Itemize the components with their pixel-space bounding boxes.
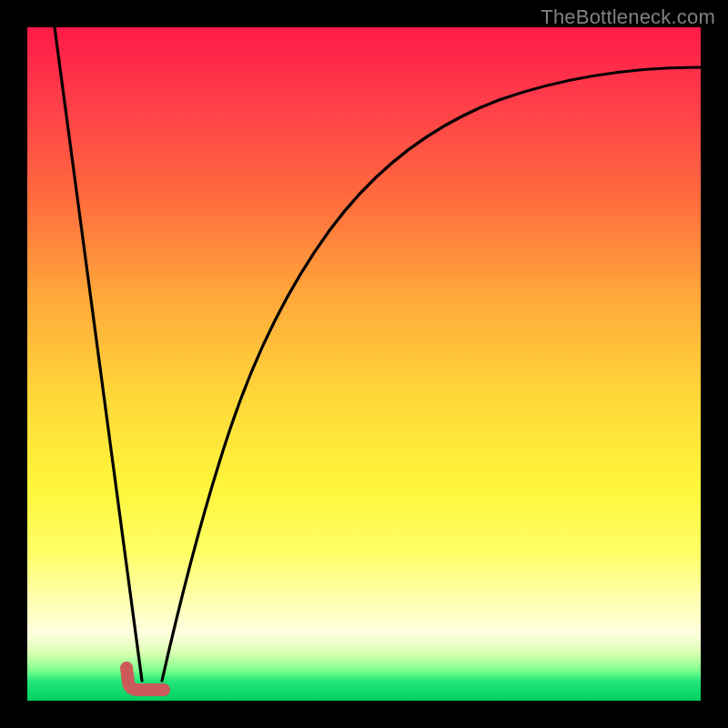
series-left-descent [55,27,142,681]
minimum-marker [126,668,164,690]
chart-svg [27,27,701,701]
watermark-text: TheBottleneck.com [541,5,715,29]
chart-frame: TheBottleneck.com [0,0,728,728]
plot-area [27,27,701,701]
series-right-curve [162,67,701,681]
